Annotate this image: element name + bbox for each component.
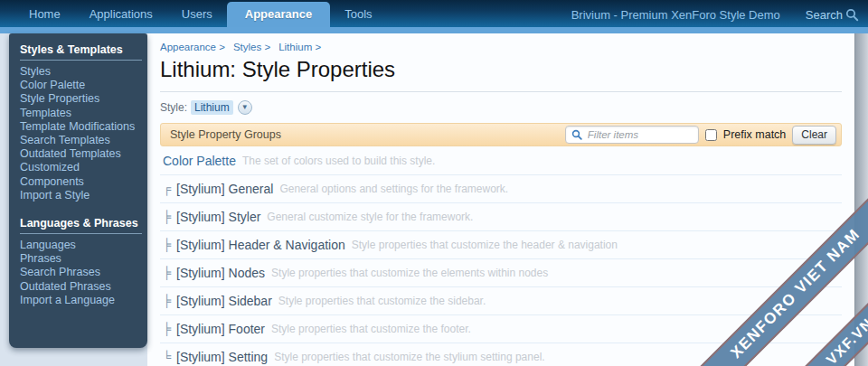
breadcrumb-link[interactable]: Appearance >	[160, 42, 225, 52]
nav-tab-applications[interactable]: Applications	[75, 2, 167, 27]
sidebar-item[interactable]: Customized Components	[20, 161, 142, 188]
property-group-row: ╒[Stylium] GeneralGeneral options and se…	[160, 175, 842, 203]
clear-button[interactable]: Clear	[792, 126, 836, 145]
nav-tab-users[interactable]: Users	[167, 2, 227, 27]
content-area: Styles & TemplatesStylesColor PaletteSty…	[0, 33, 868, 366]
breadcrumb-link[interactable]: Lithium >	[278, 42, 321, 52]
sidebar-item[interactable]: Color Palette	[20, 79, 142, 92]
sidebar-item[interactable]: Outdated Templates	[20, 147, 142, 161]
nav-tabs: HomeApplicationsUsersAppearanceTools	[0, 0, 387, 27]
nav-tab-home[interactable]: Home	[14, 2, 75, 27]
sidebar-item[interactable]: Style Properties	[20, 92, 142, 106]
sidebar-item[interactable]: Languages	[20, 239, 142, 252]
property-group-description: Style properties that customize the styl…	[274, 351, 544, 363]
filter-field	[565, 126, 699, 144]
sidebar-section: Styles & TemplatesStylesColor PaletteSty…	[9, 43, 147, 202]
sidebar-section-heading: Languages & Phrases	[20, 217, 142, 234]
groups-header-title: Style Property Groups	[170, 128, 281, 141]
tree-branch-icon: ╞	[163, 266, 176, 279]
property-group-link[interactable]: [Stylium] Sidebar	[176, 294, 272, 308]
nav-tab-tools[interactable]: Tools	[330, 2, 386, 27]
property-group-link[interactable]: [Stylium] Nodes	[176, 266, 265, 280]
sidebar-item[interactable]: Import a Style	[20, 189, 142, 202]
tree-branch-icon: ╞	[163, 294, 176, 307]
sidebar-section-heading: Styles & Templates	[20, 43, 142, 61]
filter-controls: Prefix match Clear	[565, 126, 836, 145]
top-nav: HomeApplicationsUsersAppearanceTools Bri…	[0, 0, 868, 27]
property-group-link[interactable]: Color Palette	[163, 154, 236, 168]
nav-tab-appearance[interactable]: Appearance	[227, 2, 330, 27]
property-group-link[interactable]: [Stylium] Header & Navigation	[176, 238, 345, 252]
sidebar-item[interactable]: Phrases	[20, 252, 142, 266]
tree-branch-icon: ╞	[163, 210, 176, 223]
property-group-row: Color PaletteThe set of colors used to b…	[160, 147, 842, 175]
sidebar-item[interactable]: Search Phrases	[20, 266, 142, 279]
site-title: Brivium - Premium XenForo Style Demo	[571, 8, 780, 22]
property-group-link[interactable]: [Stylium] Setting	[176, 350, 268, 364]
vertical-scrollbar[interactable]	[854, 33, 868, 366]
breadcrumb-link[interactable]: Styles >	[233, 42, 270, 52]
active-tab-strip	[0, 27, 868, 33]
property-group-row: ╞[Stylium] NodesStyle properties that cu…	[160, 259, 842, 287]
property-group-row: ╘[Stylium] SettingStyle properties that …	[160, 343, 842, 366]
property-group-description: Style properties that customize the foot…	[271, 323, 471, 335]
breadcrumb: Appearance >Styles >Lithium >	[160, 42, 842, 52]
property-group-description: The set of colors used to build this sty…	[242, 155, 435, 167]
nav-right: Brivium - Premium XenForo Style Demo Sea…	[571, 8, 859, 22]
search-icon	[571, 129, 582, 140]
property-group-row: ╞[Stylium] SidebarStyle properties that …	[160, 287, 842, 315]
filter-input[interactable]	[586, 128, 693, 141]
prefix-match-label: Prefix match	[723, 128, 786, 141]
property-group-description: Style properties that customize the side…	[278, 295, 486, 307]
admin-sidebar: Styles & TemplatesStylesColor PaletteSty…	[9, 33, 147, 348]
sidebar-item[interactable]: Templates	[20, 107, 142, 120]
sidebar-item[interactable]: Styles	[20, 65, 142, 79]
sidebar-item[interactable]: Import a Language	[20, 294, 142, 307]
property-group-list: Color PaletteThe set of colors used to b…	[160, 147, 842, 366]
chevron-down-icon[interactable]: ▼	[238, 100, 252, 115]
property-group-row: ╞[Stylium] StylerGeneral customize style…	[160, 203, 842, 231]
tree-branch-icon: ╞	[163, 238, 176, 251]
sidebar-item[interactable]: Outdated Phrases	[20, 280, 142, 294]
property-group-description: Style properties that customize the head…	[352, 239, 618, 251]
property-group-description: Style properties that customize the elem…	[271, 267, 548, 279]
property-group-link[interactable]: [Stylium] Footer	[176, 322, 265, 336]
search-label: Search	[806, 8, 843, 22]
search-link[interactable]: Search	[806, 8, 859, 22]
page-title: Lithium: Style Properties	[160, 57, 842, 82]
style-property-groups-header: Style Property Groups Prefix match Clear	[160, 123, 842, 146]
style-chooser-label: Style:	[160, 101, 187, 114]
property-group-link[interactable]: [Stylium] General	[176, 182, 273, 196]
search-icon	[845, 8, 859, 22]
tree-branch-icon: ╞	[163, 322, 176, 335]
main-panel: Appearance >Styles >Lithium > Lithium: S…	[147, 33, 854, 366]
title-divider	[160, 91, 842, 92]
property-group-row: ╞[Stylium] Header & NavigationStyle prop…	[160, 231, 842, 259]
prefix-match-checkbox[interactable]	[705, 129, 717, 141]
tree-branch-icon: ╘	[163, 350, 176, 363]
tree-branch-icon: ╒	[163, 182, 176, 195]
sidebar-item[interactable]: Search Templates	[20, 134, 142, 147]
property-group-row: ╞[Stylium] FooterStyle properties that c…	[160, 315, 842, 343]
property-group-description: General options and settings for the fra…	[279, 183, 508, 195]
property-group-description: General customize style for the framewor…	[267, 211, 473, 223]
property-group-link[interactable]: [Stylium] Styler	[176, 210, 260, 224]
sidebar-section: Languages & PhrasesLanguagesPhrasesSearc…	[9, 217, 147, 307]
style-chooser: Style: Lithium ▼	[160, 100, 842, 115]
sidebar-item[interactable]: Template Modifications	[20, 120, 142, 134]
style-chooser-value[interactable]: Lithium	[191, 100, 233, 115]
